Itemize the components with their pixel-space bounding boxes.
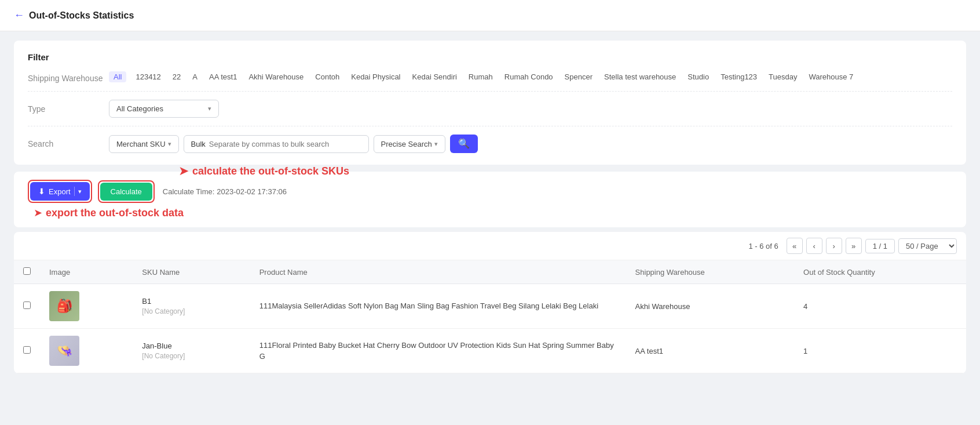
toolbar-inner: ⬇ Export ▾ Calculate ➤ calculate the out… <box>28 180 952 203</box>
page-range: 1 - 6 of 6 <box>748 242 778 250</box>
table-row: 👒 Jan-Blue [No Category] 111Floral Print… <box>14 329 966 373</box>
warehouse-tag-all[interactable]: All <box>109 71 126 82</box>
search-input-wrapper: Bulk <box>184 135 369 153</box>
search-by-value: Merchant SKU <box>116 140 166 148</box>
data-table: Image SKU Name Product Name Shipping War… <box>14 260 966 373</box>
search-button[interactable]: 🔍 <box>450 135 478 153</box>
type-select-value: All Categories <box>116 104 163 113</box>
arrow-right-icon: ➤ <box>178 164 189 179</box>
main-container: Filter Shipping Warehouse All 123412 22 … <box>14 41 966 373</box>
row2-qty: 1 <box>803 347 807 355</box>
row1-sku-name: B1 <box>142 297 240 306</box>
export-label: Export <box>49 187 71 196</box>
first-page-button[interactable]: « <box>787 238 803 254</box>
row2-product-image: 👒 <box>49 336 79 366</box>
export-chevron-icon: ▾ <box>78 188 82 195</box>
row1-image-cell: 🎒 <box>40 284 133 329</box>
row1-sku-category: [No Category] <box>142 307 240 315</box>
shipping-warehouse-label: Shipping Warehouse <box>28 71 109 83</box>
row1-qty-cell: 4 <box>794 284 966 329</box>
filter-search-row: Search Merchant SKU ▾ Bulk Precise Searc… <box>28 135 952 153</box>
warehouse-tag-aatest1[interactable]: AA test1 <box>207 71 239 82</box>
page-header: ← Out-of-Stocks Statistics <box>0 0 980 31</box>
calculate-btn-wrapper: Calculate <box>98 180 155 203</box>
calculate-annotation: ➤ calculate the out-of-stock SKUs <box>178 164 349 179</box>
warehouse-tag-warehouse7[interactable]: Warehouse 7 <box>806 71 855 82</box>
per-page-select[interactable]: 50 / Page 100 / Page <box>898 238 957 254</box>
warehouse-tag-studio[interactable]: Studio <box>685 71 711 82</box>
search-label: Search <box>28 139 109 148</box>
row1-product-name: 111Malaysia SellerAdidas Soft Nylon Bag … <box>259 300 617 312</box>
chevron-down-icon: ▾ <box>208 105 211 112</box>
type-label: Type <box>28 104 109 114</box>
row2-qty-cell: 1 <box>794 329 966 373</box>
warehouse-tag-kedaiphysical[interactable]: Kedai Physical <box>349 71 403 82</box>
warehouse-tag-a[interactable]: A <box>190 71 200 82</box>
table-row: 🎒 B1 [No Category] 111Malaysia SellerAdi… <box>14 284 966 329</box>
type-select[interactable]: All Categories ▾ <box>109 100 219 118</box>
bulk-label: Bulk <box>191 140 206 148</box>
arrow-down-right-icon: ➤ <box>34 206 42 219</box>
calculate-label: Calculate <box>111 187 142 196</box>
warehouse-tag-rumah[interactable]: Rumah <box>466 71 495 82</box>
filter-card: Filter Shipping Warehouse All 123412 22 … <box>14 41 966 165</box>
export-button[interactable]: ⬇ Export ▾ <box>30 182 90 201</box>
filter-title: Filter <box>28 52 952 62</box>
filter-type-row: Type All Categories ▾ <box>28 100 952 126</box>
row2-product-name: 111Floral Printed Baby Bucket Hat Cherry… <box>259 340 617 362</box>
warehouse-tag-spencer[interactable]: Spencer <box>562 71 595 82</box>
row2-sku-category: [No Category] <box>142 352 240 360</box>
precise-search-value: Precise Search <box>381 140 432 148</box>
calculate-button[interactable]: Calculate <box>100 183 152 201</box>
search-input[interactable] <box>209 140 361 148</box>
row1-product-name-cell: 111Malaysia SellerAdidas Soft Nylon Bag … <box>250 284 626 329</box>
calculate-annotation-text: calculate the out-of-stock SKUs <box>192 165 349 177</box>
row2-checkbox-cell <box>14 329 40 373</box>
col-checkbox <box>14 260 40 284</box>
search-by-dropdown[interactable]: Merchant SKU ▾ <box>109 135 179 153</box>
toolbar-section: ⬇ Export ▾ Calculate ➤ calculate the out… <box>14 172 966 227</box>
row2-sku-cell: Jan-Blue [No Category] <box>133 329 250 373</box>
row1-checkbox-cell <box>14 284 40 329</box>
warehouse-tags: All 123412 22 A AA test1 Akhi Warehouse … <box>109 71 855 82</box>
next-page-button[interactable]: › <box>826 238 842 254</box>
export-btn-wrapper: ⬇ Export ▾ <box>28 180 92 203</box>
row1-qty: 4 <box>803 302 807 311</box>
row1-checkbox[interactable] <box>23 302 31 309</box>
select-all-checkbox[interactable] <box>23 267 31 275</box>
calc-time-value: 2023-02-02 17:37:06 <box>217 187 287 196</box>
col-out-of-stock-qty: Out of Stock Quantity <box>794 260 966 284</box>
prev-page-button[interactable]: ‹ <box>806 238 822 254</box>
warehouse-tag-stella[interactable]: Stella test warehouse <box>602 71 678 82</box>
row2-warehouse-cell: AA test1 <box>626 329 795 373</box>
row1-sku-cell: B1 [No Category] <box>133 284 250 329</box>
warehouse-tag-contoh[interactable]: Contoh <box>313 71 342 82</box>
row2-checkbox[interactable] <box>23 346 31 354</box>
warehouse-tag-rumahcondo[interactable]: Rumah Condo <box>502 71 555 82</box>
back-arrow-icon[interactable]: ← <box>14 9 24 21</box>
col-sku-name: SKU Name <box>133 260 250 284</box>
row2-product-name-cell: 111Floral Printed Baby Bucket Hat Cherry… <box>250 329 626 373</box>
row1-warehouse: Akhi Warehouse <box>635 302 690 311</box>
download-icon: ⬇ <box>38 187 45 196</box>
warehouse-tag-123412[interactable]: 123412 <box>133 71 163 82</box>
warehouse-tag-kedaisendiri[interactable]: Kedai Sendiri <box>410 71 459 82</box>
warehouse-tag-tuesday[interactable]: Tuesday <box>766 71 799 82</box>
row1-product-image: 🎒 <box>49 291 79 321</box>
precise-search-chevron-icon: ▾ <box>434 140 438 148</box>
row2-warehouse: AA test1 <box>635 347 663 355</box>
warehouse-tag-akhi[interactable]: Akhi Warehouse <box>246 71 306 82</box>
calc-time-label: Calculate Time: <box>163 187 215 196</box>
last-page-button[interactable]: » <box>846 238 862 254</box>
pagination-row: 1 - 6 of 6 « ‹ › » 1 / 1 50 / Page 100 /… <box>14 232 966 260</box>
search-by-chevron-icon: ▾ <box>168 140 171 148</box>
col-shipping-warehouse: Shipping Warehouse <box>626 260 795 284</box>
col-image: Image <box>40 260 133 284</box>
precise-search-dropdown[interactable]: Precise Search ▾ <box>374 135 445 153</box>
warehouse-tag-22[interactable]: 22 <box>170 71 183 82</box>
search-controls: Merchant SKU ▾ Bulk Precise Search ▾ 🔍 <box>109 135 478 153</box>
warehouse-tag-testing123[interactable]: Testing123 <box>718 71 759 82</box>
page-indicator: 1 / 1 <box>865 239 895 253</box>
row2-image-cell: 👒 <box>40 329 133 373</box>
export-annotation-text: export the out-of-stock data <box>46 207 184 219</box>
